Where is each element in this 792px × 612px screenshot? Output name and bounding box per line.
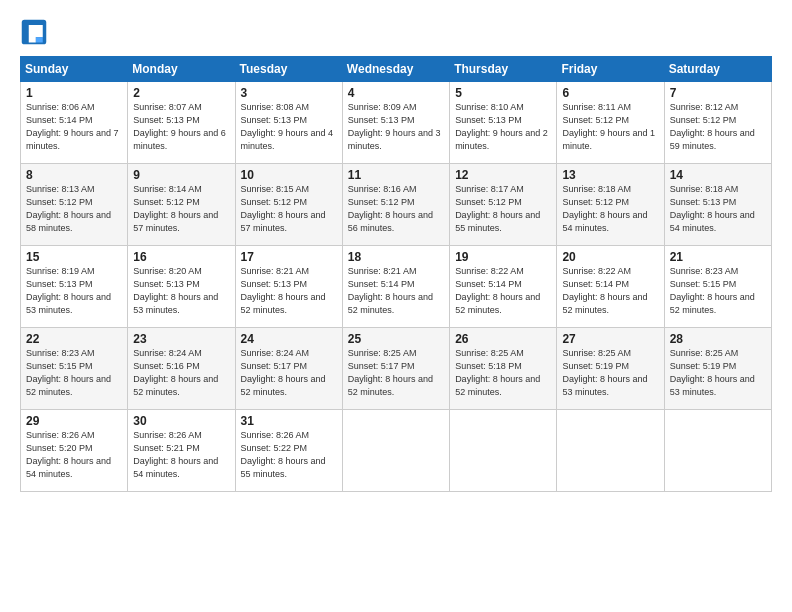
week-row-4: 22Sunrise: 8:23 AMSunset: 5:15 PMDayligh…	[21, 328, 772, 410]
day-number: 2	[133, 86, 230, 100]
calendar-cell: 12Sunrise: 8:17 AMSunset: 5:12 PMDayligh…	[450, 164, 557, 246]
calendar-cell: 27Sunrise: 8:25 AMSunset: 5:19 PMDayligh…	[557, 328, 664, 410]
day-info: Sunrise: 8:24 AMSunset: 5:17 PMDaylight:…	[241, 347, 338, 399]
calendar-cell: 18Sunrise: 8:21 AMSunset: 5:14 PMDayligh…	[342, 246, 449, 328]
day-info: Sunrise: 8:24 AMSunset: 5:16 PMDaylight:…	[133, 347, 230, 399]
col-header-tuesday: Tuesday	[235, 57, 342, 82]
calendar-cell: 13Sunrise: 8:18 AMSunset: 5:12 PMDayligh…	[557, 164, 664, 246]
calendar: SundayMondayTuesdayWednesdayThursdayFrid…	[20, 56, 772, 492]
day-info: Sunrise: 8:23 AMSunset: 5:15 PMDaylight:…	[26, 347, 123, 399]
calendar-cell	[557, 410, 664, 492]
day-number: 1	[26, 86, 123, 100]
calendar-cell	[664, 410, 771, 492]
week-row-1: 1Sunrise: 8:06 AMSunset: 5:14 PMDaylight…	[21, 82, 772, 164]
logo-icon	[20, 18, 48, 46]
day-number: 7	[670, 86, 767, 100]
calendar-cell: 3Sunrise: 8:08 AMSunset: 5:13 PMDaylight…	[235, 82, 342, 164]
calendar-cell: 26Sunrise: 8:25 AMSunset: 5:18 PMDayligh…	[450, 328, 557, 410]
day-number: 30	[133, 414, 230, 428]
day-info: Sunrise: 8:21 AMSunset: 5:14 PMDaylight:…	[348, 265, 445, 317]
header	[20, 18, 772, 46]
day-number: 5	[455, 86, 552, 100]
day-info: Sunrise: 8:16 AMSunset: 5:12 PMDaylight:…	[348, 183, 445, 235]
page: SundayMondayTuesdayWednesdayThursdayFrid…	[0, 0, 792, 612]
calendar-cell: 2Sunrise: 8:07 AMSunset: 5:13 PMDaylight…	[128, 82, 235, 164]
day-info: Sunrise: 8:15 AMSunset: 5:12 PMDaylight:…	[241, 183, 338, 235]
week-row-5: 29Sunrise: 8:26 AMSunset: 5:20 PMDayligh…	[21, 410, 772, 492]
calendar-cell: 6Sunrise: 8:11 AMSunset: 5:12 PMDaylight…	[557, 82, 664, 164]
day-number: 18	[348, 250, 445, 264]
calendar-cell: 21Sunrise: 8:23 AMSunset: 5:15 PMDayligh…	[664, 246, 771, 328]
calendar-cell: 16Sunrise: 8:20 AMSunset: 5:13 PMDayligh…	[128, 246, 235, 328]
day-number: 31	[241, 414, 338, 428]
day-number: 16	[133, 250, 230, 264]
day-info: Sunrise: 8:26 AMSunset: 5:21 PMDaylight:…	[133, 429, 230, 481]
calendar-cell: 15Sunrise: 8:19 AMSunset: 5:13 PMDayligh…	[21, 246, 128, 328]
day-number: 9	[133, 168, 230, 182]
calendar-cell: 20Sunrise: 8:22 AMSunset: 5:14 PMDayligh…	[557, 246, 664, 328]
col-header-saturday: Saturday	[664, 57, 771, 82]
calendar-cell: 7Sunrise: 8:12 AMSunset: 5:12 PMDaylight…	[664, 82, 771, 164]
day-info: Sunrise: 8:10 AMSunset: 5:13 PMDaylight:…	[455, 101, 552, 153]
calendar-cell	[342, 410, 449, 492]
day-info: Sunrise: 8:25 AMSunset: 5:19 PMDaylight:…	[670, 347, 767, 399]
day-number: 24	[241, 332, 338, 346]
day-number: 12	[455, 168, 552, 182]
calendar-body: 1Sunrise: 8:06 AMSunset: 5:14 PMDaylight…	[21, 82, 772, 492]
day-number: 19	[455, 250, 552, 264]
day-info: Sunrise: 8:19 AMSunset: 5:13 PMDaylight:…	[26, 265, 123, 317]
calendar-cell: 10Sunrise: 8:15 AMSunset: 5:12 PMDayligh…	[235, 164, 342, 246]
day-number: 28	[670, 332, 767, 346]
calendar-cell: 8Sunrise: 8:13 AMSunset: 5:12 PMDaylight…	[21, 164, 128, 246]
day-number: 4	[348, 86, 445, 100]
day-info: Sunrise: 8:25 AMSunset: 5:18 PMDaylight:…	[455, 347, 552, 399]
day-number: 8	[26, 168, 123, 182]
day-info: Sunrise: 8:13 AMSunset: 5:12 PMDaylight:…	[26, 183, 123, 235]
day-info: Sunrise: 8:14 AMSunset: 5:12 PMDaylight:…	[133, 183, 230, 235]
calendar-cell: 25Sunrise: 8:25 AMSunset: 5:17 PMDayligh…	[342, 328, 449, 410]
calendar-cell: 23Sunrise: 8:24 AMSunset: 5:16 PMDayligh…	[128, 328, 235, 410]
col-header-thursday: Thursday	[450, 57, 557, 82]
day-info: Sunrise: 8:11 AMSunset: 5:12 PMDaylight:…	[562, 101, 659, 153]
day-info: Sunrise: 8:25 AMSunset: 5:17 PMDaylight:…	[348, 347, 445, 399]
day-info: Sunrise: 8:22 AMSunset: 5:14 PMDaylight:…	[455, 265, 552, 317]
day-number: 29	[26, 414, 123, 428]
day-info: Sunrise: 8:17 AMSunset: 5:12 PMDaylight:…	[455, 183, 552, 235]
col-header-wednesday: Wednesday	[342, 57, 449, 82]
col-header-sunday: Sunday	[21, 57, 128, 82]
calendar-cell	[450, 410, 557, 492]
col-header-friday: Friday	[557, 57, 664, 82]
day-info: Sunrise: 8:06 AMSunset: 5:14 PMDaylight:…	[26, 101, 123, 153]
day-number: 13	[562, 168, 659, 182]
calendar-cell: 5Sunrise: 8:10 AMSunset: 5:13 PMDaylight…	[450, 82, 557, 164]
day-number: 3	[241, 86, 338, 100]
day-number: 17	[241, 250, 338, 264]
calendar-cell: 29Sunrise: 8:26 AMSunset: 5:20 PMDayligh…	[21, 410, 128, 492]
calendar-cell: 17Sunrise: 8:21 AMSunset: 5:13 PMDayligh…	[235, 246, 342, 328]
day-number: 21	[670, 250, 767, 264]
day-info: Sunrise: 8:18 AMSunset: 5:13 PMDaylight:…	[670, 183, 767, 235]
day-info: Sunrise: 8:26 AMSunset: 5:22 PMDaylight:…	[241, 429, 338, 481]
logo	[20, 18, 52, 46]
day-number: 14	[670, 168, 767, 182]
calendar-cell: 11Sunrise: 8:16 AMSunset: 5:12 PMDayligh…	[342, 164, 449, 246]
calendar-cell: 28Sunrise: 8:25 AMSunset: 5:19 PMDayligh…	[664, 328, 771, 410]
calendar-cell: 24Sunrise: 8:24 AMSunset: 5:17 PMDayligh…	[235, 328, 342, 410]
day-info: Sunrise: 8:20 AMSunset: 5:13 PMDaylight:…	[133, 265, 230, 317]
day-number: 15	[26, 250, 123, 264]
day-number: 11	[348, 168, 445, 182]
calendar-cell: 4Sunrise: 8:09 AMSunset: 5:13 PMDaylight…	[342, 82, 449, 164]
calendar-cell: 9Sunrise: 8:14 AMSunset: 5:12 PMDaylight…	[128, 164, 235, 246]
calendar-cell: 1Sunrise: 8:06 AMSunset: 5:14 PMDaylight…	[21, 82, 128, 164]
day-number: 20	[562, 250, 659, 264]
day-info: Sunrise: 8:08 AMSunset: 5:13 PMDaylight:…	[241, 101, 338, 153]
col-header-monday: Monday	[128, 57, 235, 82]
day-info: Sunrise: 8:21 AMSunset: 5:13 PMDaylight:…	[241, 265, 338, 317]
svg-marker-3	[29, 32, 36, 43]
calendar-cell: 19Sunrise: 8:22 AMSunset: 5:14 PMDayligh…	[450, 246, 557, 328]
day-info: Sunrise: 8:22 AMSunset: 5:14 PMDaylight:…	[562, 265, 659, 317]
day-info: Sunrise: 8:07 AMSunset: 5:13 PMDaylight:…	[133, 101, 230, 153]
day-number: 23	[133, 332, 230, 346]
calendar-cell: 14Sunrise: 8:18 AMSunset: 5:13 PMDayligh…	[664, 164, 771, 246]
day-info: Sunrise: 8:23 AMSunset: 5:15 PMDaylight:…	[670, 265, 767, 317]
